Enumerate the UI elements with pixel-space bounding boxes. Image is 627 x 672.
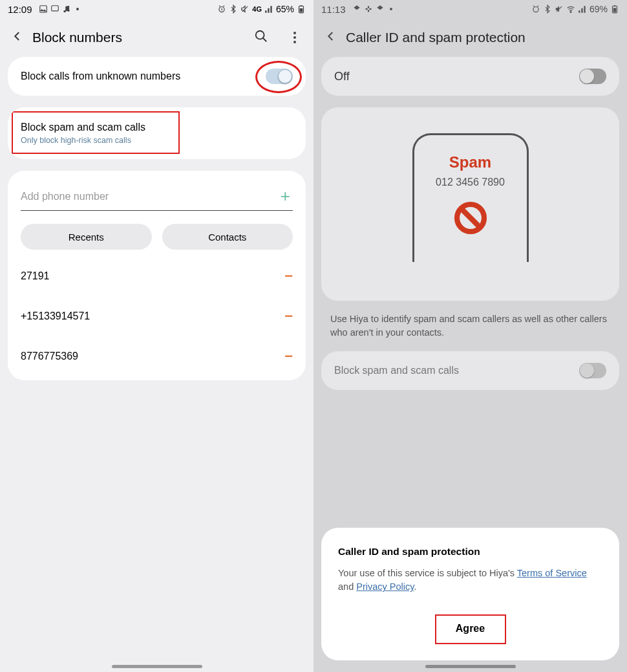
app-icon bbox=[352, 5, 361, 14]
add-number-field[interactable]: + bbox=[21, 186, 293, 211]
block-spam-label: Block spam and scam calls bbox=[21, 122, 293, 133]
battery-icon bbox=[610, 5, 619, 14]
phone-left: 12:09 4G 65% Block numbers Block calls f… bbox=[0, 0, 314, 672]
row-block-spam[interactable]: Block spam and scam calls Only block hig… bbox=[8, 110, 306, 157]
page-title: Caller ID and spam protection bbox=[346, 30, 526, 45]
spam-device-illustration: Spam 012 3456 7890 bbox=[412, 133, 529, 262]
svg-rect-9 bbox=[365, 8, 368, 10]
row-block-spam[interactable]: Block spam and scam calls bbox=[321, 351, 619, 390]
alarm-icon bbox=[531, 5, 540, 14]
svg-point-13 bbox=[533, 7, 538, 12]
blocked-number-row[interactable]: 27191 − bbox=[8, 256, 306, 296]
svg-rect-1 bbox=[51, 6, 58, 11]
row-off[interactable]: Off bbox=[321, 57, 619, 96]
card-add-number: + Recents Contacts 27191 − +15133914571 … bbox=[8, 171, 306, 380]
page-header: Caller ID and spam protection bbox=[314, 18, 627, 57]
sheet-text: Your use of this service is subject to H… bbox=[338, 567, 602, 595]
block-spam-label: Block spam and scam calls bbox=[334, 365, 579, 376]
alarm-icon bbox=[217, 5, 226, 14]
recents-button[interactable]: Recents bbox=[21, 224, 152, 250]
mute-icon bbox=[240, 5, 250, 14]
svg-rect-11 bbox=[367, 6, 368, 8]
card-block-spam: Block spam and scam calls bbox=[321, 351, 619, 390]
blocked-number: 27191 bbox=[21, 270, 50, 282]
svg-point-14 bbox=[570, 12, 571, 13]
blocked-number-row[interactable]: 8776775369 − bbox=[8, 336, 306, 376]
phone-right: 11:13 69% Caller ID and spam protection … bbox=[314, 0, 627, 672]
image-icon bbox=[39, 5, 48, 14]
privacy-link[interactable]: Privacy Policy bbox=[356, 581, 414, 592]
page-title: Block numbers bbox=[32, 30, 122, 45]
nav-pill[interactable] bbox=[112, 665, 202, 668]
more-icon[interactable] bbox=[288, 32, 302, 43]
music-icon bbox=[62, 5, 71, 14]
remove-icon[interactable]: − bbox=[284, 348, 293, 365]
block-unknown-label: Block calls from unknown numbers bbox=[21, 70, 266, 82]
no-entry-icon bbox=[452, 193, 489, 239]
battery-icon bbox=[297, 5, 306, 14]
svg-point-3 bbox=[67, 10, 70, 12]
svg-point-8 bbox=[256, 31, 264, 39]
status-bar: 12:09 4G 65% bbox=[0, 0, 314, 18]
spam-number: 012 3456 7890 bbox=[436, 177, 505, 188]
bluetooth-icon bbox=[543, 5, 552, 14]
off-label: Off bbox=[334, 70, 579, 83]
terms-sheet: Caller ID and spam protection Your use o… bbox=[321, 528, 619, 661]
battery-percent: 65% bbox=[276, 4, 294, 14]
agree-button[interactable]: Agree bbox=[444, 616, 496, 641]
sheet-text-prefix: Your use of this service is subject to H… bbox=[338, 568, 517, 578]
cast-icon bbox=[50, 5, 59, 14]
svg-rect-12 bbox=[367, 10, 368, 12]
card-block-unknown: Block calls from unknown numbers bbox=[8, 57, 306, 96]
card-off: Off bbox=[321, 57, 619, 96]
svg-rect-17 bbox=[614, 5, 615, 6]
blocked-number: 8776775369 bbox=[21, 351, 78, 362]
status-time: 11:13 bbox=[321, 4, 346, 15]
status-bar: 11:13 69% bbox=[314, 0, 627, 18]
toggle-block-spam[interactable] bbox=[579, 363, 606, 378]
search-icon[interactable] bbox=[254, 29, 268, 46]
block-spam-subtitle: Only block high-risk scam calls bbox=[21, 136, 293, 145]
status-time: 12:09 bbox=[8, 4, 32, 15]
row-block-unknown[interactable]: Block calls from unknown numbers bbox=[8, 57, 306, 96]
sheet-title: Caller ID and spam protection bbox=[338, 546, 602, 558]
remove-icon[interactable]: − bbox=[284, 308, 293, 325]
signal-icon bbox=[264, 5, 273, 14]
app-icon bbox=[376, 5, 385, 14]
battery-percent: 69% bbox=[590, 4, 608, 14]
tos-link[interactable]: Terms of Service bbox=[517, 568, 587, 578]
toggle-master[interactable] bbox=[579, 69, 606, 84]
description-text: Use Hiya to identify spam and scam calle… bbox=[330, 312, 610, 340]
svg-rect-7 bbox=[301, 5, 302, 6]
slack-icon bbox=[364, 5, 373, 14]
toggle-block-unknown[interactable] bbox=[266, 69, 293, 84]
blocked-number-row[interactable]: +15133914571 − bbox=[8, 296, 306, 336]
spam-label: Spam bbox=[449, 153, 491, 171]
status-dot bbox=[76, 8, 79, 10]
page-header: Block numbers bbox=[0, 18, 314, 57]
contacts-button[interactable]: Contacts bbox=[162, 224, 293, 250]
network-label: 4G bbox=[252, 5, 262, 13]
svg-rect-16 bbox=[613, 8, 617, 12]
svg-point-2 bbox=[63, 10, 66, 13]
back-icon[interactable] bbox=[325, 30, 337, 45]
sheet-text-and: and bbox=[338, 581, 356, 592]
status-dot bbox=[390, 8, 392, 10]
bluetooth-icon bbox=[229, 5, 238, 14]
blocked-number: +15133914571 bbox=[21, 310, 90, 322]
plus-icon[interactable]: + bbox=[278, 186, 293, 206]
card-block-spam: Block spam and scam calls Only block hig… bbox=[8, 107, 306, 159]
svg-rect-10 bbox=[369, 8, 372, 10]
svg-rect-6 bbox=[300, 8, 303, 12]
sheet-text-period: . bbox=[414, 581, 416, 592]
add-number-input[interactable] bbox=[21, 191, 278, 202]
nav-pill[interactable] bbox=[425, 665, 516, 668]
wifi-icon bbox=[566, 5, 575, 14]
remove-icon[interactable]: − bbox=[284, 268, 293, 285]
mute-icon bbox=[555, 5, 564, 14]
back-icon[interactable] bbox=[12, 30, 23, 45]
signal-icon bbox=[578, 5, 587, 14]
card-spam-preview: Spam 012 3456 7890 bbox=[321, 107, 619, 301]
